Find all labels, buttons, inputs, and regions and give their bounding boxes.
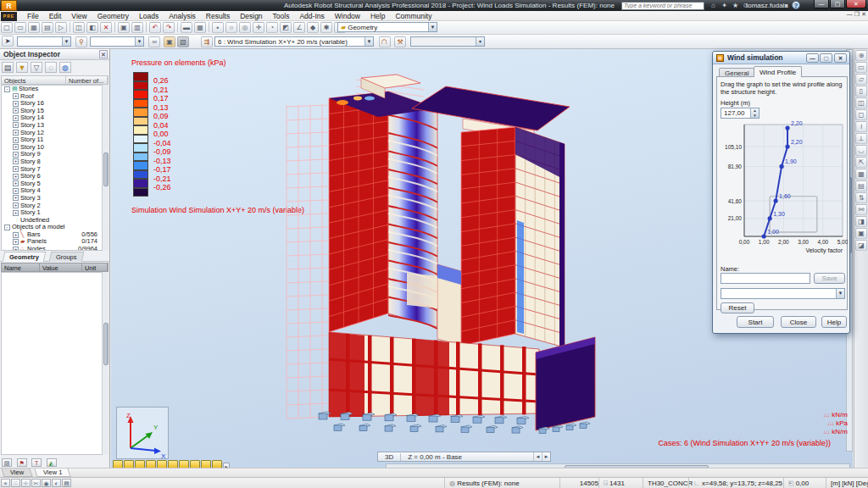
undo-icon[interactable]: ↶ bbox=[149, 22, 161, 33]
units-label[interactable]: [m] [kN] [Deg] bbox=[826, 478, 868, 488]
paste-icon[interactable]: ▥ bbox=[131, 22, 143, 33]
view-template-icon[interactable]: ▧ bbox=[177, 36, 189, 47]
tree-item-story-2[interactable]: +Story 2 bbox=[2, 202, 108, 210]
mail-icon[interactable]: ▷ bbox=[55, 22, 67, 33]
flag-display-icon[interactable]: ⚑ bbox=[17, 458, 27, 467]
tab-groups[interactable]: Groups bbox=[49, 252, 84, 262]
web-icon[interactable]: ◍ bbox=[59, 62, 71, 73]
combo-arrow-icon[interactable]: ▼ bbox=[428, 23, 437, 31]
offset-tool-icon[interactable]: ⇱ bbox=[855, 157, 867, 168]
legend-display-icon[interactable]: ▨ bbox=[2, 458, 12, 467]
menu-loads[interactable]: Loads bbox=[134, 11, 164, 21]
menu-edit[interactable]: Edit bbox=[44, 11, 67, 21]
delete-icon[interactable]: ✕ bbox=[100, 22, 112, 33]
copy-icon[interactable]: ▣ bbox=[118, 22, 130, 33]
menu-results[interactable]: Results bbox=[201, 11, 235, 21]
snap-settings-icon[interactable]: ⌖ bbox=[1, 479, 10, 487]
tab-view[interactable]: View bbox=[1, 469, 32, 477]
grid-icon[interactable]: ⁙ bbox=[11, 479, 20, 487]
support-tool-icon[interactable]: ⟂ bbox=[855, 133, 867, 144]
select-mode-icon[interactable]: ▤ bbox=[62, 479, 71, 487]
rotate-icon[interactable]: ◔ bbox=[266, 22, 278, 33]
tab-geometry[interactable]: Geometry bbox=[3, 252, 47, 262]
preview-icon[interactable]: ◫ bbox=[73, 22, 85, 33]
section-icon[interactable]: ◩ bbox=[280, 22, 292, 33]
search-icon[interactable]: ◌ bbox=[45, 62, 57, 73]
numbering-tool-icon[interactable]: ▦ bbox=[855, 169, 867, 180]
dialog-minimize-icon[interactable]: — bbox=[806, 53, 819, 63]
volume-tool-icon[interactable]: ◻ bbox=[855, 109, 867, 120]
help-button[interactable]: Help bbox=[821, 316, 847, 328]
lock-icon[interactable]: ▪ bbox=[212, 22, 224, 33]
menu-file[interactable]: File bbox=[22, 11, 44, 21]
stories-view-icon[interactable]: ▤ bbox=[2, 62, 14, 73]
load-table-icon[interactable]: ⇅ bbox=[855, 192, 867, 203]
text-display-icon[interactable]: T bbox=[31, 458, 42, 467]
profile-name-input[interactable] bbox=[721, 273, 810, 284]
reset-button[interactable]: Reset bbox=[721, 302, 754, 313]
wind-profile-chart[interactable]: 1,001,301,601,902,202,2021,0041,6081,901… bbox=[719, 121, 848, 262]
start-button[interactable]: Start bbox=[737, 316, 774, 328]
favorites-star-icon[interactable]: ★ bbox=[731, 1, 740, 10]
search-input[interactable] bbox=[621, 2, 704, 10]
spinner-arrows-icon[interactable]: ▲▼ bbox=[750, 108, 759, 118]
window-close-button[interactable]: ✕ bbox=[846, 0, 866, 8]
axes-icon[interactable]: ⊹ bbox=[21, 479, 31, 487]
display-attributes-icon[interactable]: ▣ bbox=[164, 36, 175, 47]
window-minimize-button[interactable]: — bbox=[814, 0, 829, 8]
results-status[interactable]: ◍ Results (FEM): none bbox=[444, 478, 559, 488]
attributes-icon[interactable]: ◨ bbox=[855, 216, 867, 227]
layout-selector-combo[interactable]: ▰ Geometry ▼ bbox=[337, 22, 437, 32]
display-icon[interactable]: ▣ bbox=[855, 228, 867, 239]
object-snap-icon[interactable]: ◉ bbox=[42, 479, 51, 487]
profile-tool-icon[interactable]: Ｉ bbox=[855, 121, 867, 132]
tree-item-story-7[interactable]: +Story 7 bbox=[2, 166, 108, 174]
menu-tools[interactable]: Tools bbox=[268, 11, 295, 21]
wind-simulation-dialog[interactable]: R Wind simulation — ▢ ✕ General Wind Pro… bbox=[712, 51, 850, 334]
tree-item-story-6[interactable]: +Story 6 bbox=[2, 173, 108, 180]
bar-tool-icon[interactable]: ▭ bbox=[855, 62, 867, 73]
height-spinner[interactable]: 127,00 ▲▼ bbox=[721, 108, 760, 119]
display-filter-icon[interactable]: ◐ bbox=[52, 479, 61, 487]
property-table[interactable] bbox=[1, 272, 108, 455]
panel-close-icon[interactable]: ✕ bbox=[99, 50, 108, 58]
plane-prev-icon[interactable]: ◄ bbox=[533, 452, 542, 461]
search-go-icon[interactable]: ⌂ bbox=[709, 1, 718, 10]
mesh-tool-icon[interactable]: ▤ bbox=[855, 180, 867, 191]
load-table-icon[interactable]: ⚒ bbox=[394, 36, 406, 47]
select-cursor-icon[interactable]: ➤ bbox=[2, 36, 14, 47]
mdi-restore-icon[interactable]: ❐ bbox=[854, 11, 860, 20]
options-icon[interactable]: ✱ bbox=[320, 22, 332, 33]
building-model[interactable] bbox=[280, 54, 627, 440]
zoom-icon[interactable]: ○ bbox=[225, 22, 237, 33]
panel-tool-icon[interactable]: ▱ bbox=[855, 74, 867, 85]
node-filter-icon[interactable]: ⚲ bbox=[75, 36, 87, 47]
tree-item-story-14[interactable]: +Story 14 bbox=[2, 114, 108, 122]
calculator-icon[interactable]: ▬ bbox=[181, 22, 192, 33]
tree-item-story-12[interactable]: +Story 12 bbox=[2, 130, 108, 137]
tree-item-roof[interactable]: +Roof bbox=[2, 93, 108, 101]
load-types-icon[interactable]: ⛫ bbox=[379, 36, 391, 47]
print-icon[interactable]: ▤ bbox=[42, 22, 53, 33]
close-button[interactable]: Close bbox=[781, 316, 816, 328]
menu-view[interactable]: View bbox=[66, 11, 92, 21]
property-column-headers[interactable]: Name Value Unit bbox=[1, 263, 108, 272]
node-selection-combo[interactable]: ▼ bbox=[17, 36, 71, 47]
plane-next-icon[interactable]: ► bbox=[542, 452, 550, 461]
new-icon[interactable]: ▢ bbox=[1, 22, 13, 33]
design-icon[interactable]: ◆ bbox=[307, 22, 319, 33]
menu-design[interactable]: Design bbox=[235, 11, 267, 21]
filter-off-icon[interactable]: ▽ bbox=[31, 62, 42, 73]
exchange-icon[interactable]: ✦ bbox=[720, 1, 729, 10]
menu-help[interactable]: Help bbox=[365, 11, 390, 21]
slab-tool-icon[interactable]: ◫ bbox=[855, 97, 867, 108]
user-menu-chevron-icon[interactable]: ▾ bbox=[782, 1, 791, 10]
bar-selection-combo[interactable]: ▼ bbox=[90, 36, 144, 47]
dialog-close-icon[interactable]: ✕ bbox=[834, 53, 847, 63]
tree-item-story-16[interactable]: +Story 16 bbox=[2, 100, 108, 108]
node-tool-icon[interactable]: ⊕ bbox=[855, 50, 867, 61]
save-button[interactable]: Save bbox=[814, 273, 845, 284]
tree-item-nodes[interactable]: +∴Nodes0/9964 bbox=[2, 246, 108, 251]
menu-window[interactable]: Window bbox=[330, 11, 365, 21]
save-icon[interactable]: ▦ bbox=[28, 22, 40, 33]
